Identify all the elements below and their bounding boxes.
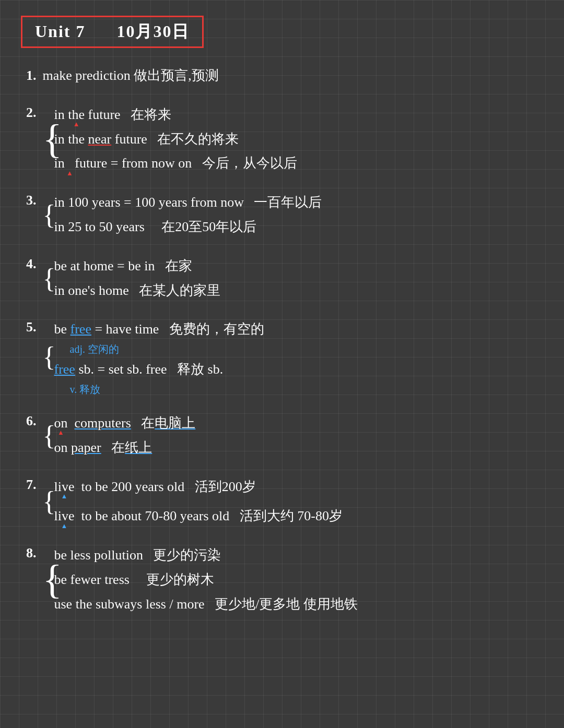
item-7-number: 7. [26,477,37,493]
unit-label: Unit 7 [35,22,85,41]
item-3: 3. in 100 years = 100 years from now 一百年… [26,190,543,240]
item-5-line-2-group: free sb. = set sb. free 释放 sb. v. 释放 [54,357,264,397]
item-7-line-1: live ▲ to be 200 years old 活到200岁 [54,475,343,499]
item-6: 6. on ▲ computers 在电脑上 on paper 在纸上 [26,411,543,460]
content-area: 1. make prediction 做出预言,预测 2. in the ▲ f… [21,64,543,617]
header-box: Unit 7 10月30日 [21,16,204,48]
item-3-brace: in 100 years = 100 years from now 一百年以后 … [43,190,322,240]
item-6-number: 6. [26,413,37,429]
item-4: 4. be at home = be in 在家 in one's home 在… [26,254,543,303]
item-2-line-2: in the near future 在不久的将来 [54,127,297,152]
item-7-brace: live ▲ to be 200 years old 活到200岁 live ▲… [43,475,343,529]
item-4-number: 4. [26,256,37,272]
item-2-brace: in the ▲ future 在将来 in the near future 在… [43,103,297,176]
item-8-line-2: be fewer tress 更少的树木 [54,568,358,592]
item-7-line-2-wrap: live ▲ to be about 70-80 years old 活到大约 … [54,504,343,529]
item-8-line-3: use the subways less / more 更少地/更多地 使用地铁 [54,592,358,617]
free-annotation-2: v. 释放 [70,382,264,397]
item-5-line-1: be free = have time 免费的，有空的 [54,317,264,342]
date-label: 10月30日 [116,22,190,41]
paper-word: paper [71,440,101,455]
item-2: 2. in the ▲ future 在将来 in the near futur… [26,103,543,176]
item-6-line-2: on paper 在纸上 [54,436,196,460]
item-4-line-1: be at home = be in 在家 [54,254,221,279]
free-word-2: free [54,362,75,377]
live-caret-2: live ▲ [54,504,75,529]
item-3-line-2: in 25 to 50 years 在20至50年以后 [54,215,322,240]
item-4-brace: be at home = be in 在家 in one's home 在某人的… [43,254,221,303]
item-2-line-1: in the ▲ future 在将来 [54,103,297,127]
near-word: near [88,132,112,147]
live-caret-1: live ▲ [54,475,75,499]
item-6-brace: on ▲ computers 在电脑上 on paper 在纸上 [43,411,196,460]
item-5-number: 5. [26,319,37,335]
item-1: 1. make prediction 做出预言,预测 [26,64,543,88]
item-8-line-1: be less pollution 更少的污染 [54,543,358,568]
item-7-line-2: live ▲ to be about 70-80 years old 活到大约 … [54,504,343,529]
item-6-line-1: on ▲ computers 在电脑上 [54,411,196,436]
in-word-caret: ▲ [68,151,72,176]
item-8-number: 8. [26,545,37,561]
item-4-line-2: in one's home 在某人的家里 [54,279,221,303]
free-word-1: free [70,321,91,337]
header-text: Unit 7 10月30日 [35,22,190,41]
item-2-number: 2. [26,105,37,121]
item-2-line-3: in ▲ future = from now on 今后，从今以后 [54,151,297,176]
item-5-brace: be free = have time 免费的，有空的 adj. 空闲的 fre… [43,317,264,397]
item-3-line-1: in 100 years = 100 years from now 一百年以后 [54,190,322,215]
item-1-number: 1. [26,68,37,83]
item-8: 8. be less pollution 更少的污染 be fewer tres… [26,543,543,616]
item-5: 5. be free = have time 免费的，有空的 adj. 空闲的 … [26,317,543,397]
item-5-line-1-group: be free = have time 免费的，有空的 adj. 空闲的 [54,317,264,356]
on-caret-1: on ▲ [54,411,68,436]
item-8-brace: be less pollution 更少的污染 be fewer tress 更… [43,543,358,616]
item-5-line-2: free sb. = set sb. free 释放 sb. [54,357,264,382]
item-7: 7. live ▲ to be 200 years old 活到200岁 liv… [26,475,543,529]
item-3-number: 3. [26,193,37,208]
free-annotation-1: adj. 空闲的 [70,342,264,356]
computers-word: computers [75,415,131,431]
item-1-text: make prediction 做出预言,预测 [43,64,219,88]
the-word: the ▲ [68,103,85,127]
